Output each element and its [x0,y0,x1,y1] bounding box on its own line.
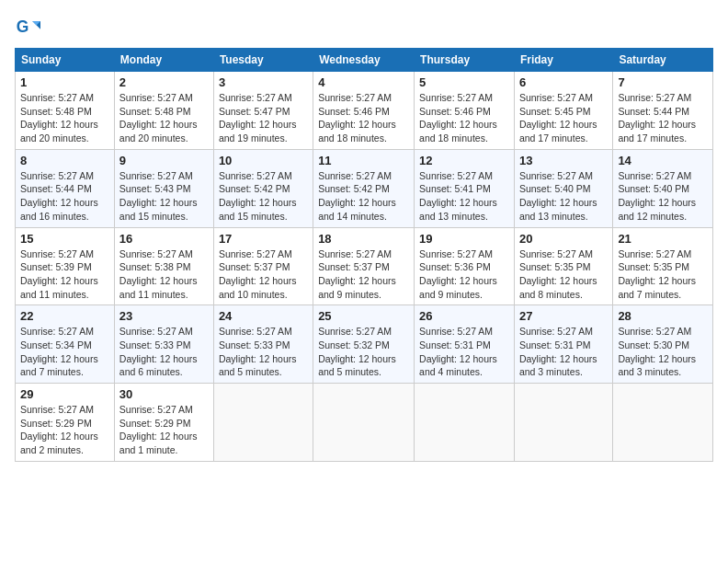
day-info: Sunrise: 5:27 AMSunset: 5:40 PMDaylight:… [618,169,708,224]
calendar-cell: 15Sunrise: 5:27 AMSunset: 5:39 PMDayligh… [16,227,115,305]
day-number: 6 [519,75,608,89]
calendar-cell: 26Sunrise: 5:27 AMSunset: 5:31 PMDayligh… [415,305,515,384]
calendar-cell: 17Sunrise: 5:27 AMSunset: 5:37 PMDayligh… [213,227,313,305]
day-info: Sunrise: 5:27 AMSunset: 5:29 PMDaylight:… [20,403,109,457]
calendar-cell: 25Sunrise: 5:27 AMSunset: 5:32 PMDayligh… [313,305,415,384]
calendar-week-5: 29Sunrise: 5:27 AMSunset: 5:29 PMDayligh… [16,384,713,462]
calendar-cell: 23Sunrise: 5:27 AMSunset: 5:33 PMDayligh… [114,305,213,384]
calendar-cell [313,384,415,462]
calendar-cell: 27Sunrise: 5:27 AMSunset: 5:31 PMDayligh… [514,305,612,384]
calendar-cell: 20Sunrise: 5:27 AMSunset: 5:35 PMDayligh… [514,227,612,305]
day-info: Sunrise: 5:27 AMSunset: 5:35 PMDaylight:… [618,247,708,302]
calendar-cell: 5Sunrise: 5:27 AMSunset: 5:46 PMDaylight… [415,72,515,150]
day-number: 15 [20,232,109,246]
day-info: Sunrise: 5:27 AMSunset: 5:42 PMDaylight:… [219,169,308,224]
calendar-cell: 12Sunrise: 5:27 AMSunset: 5:41 PMDayligh… [415,149,515,227]
day-number: 2 [119,75,209,89]
day-number: 16 [119,232,209,246]
day-info: Sunrise: 5:27 AMSunset: 5:37 PMDaylight:… [219,247,308,302]
column-header-sunday: Sunday [16,49,115,72]
calendar-cell: 2Sunrise: 5:27 AMSunset: 5:48 PMDaylight… [114,72,213,150]
logo-icon: G [15,15,40,40]
day-number: 25 [318,309,409,323]
day-info: Sunrise: 5:27 AMSunset: 5:31 PMDaylight:… [419,325,509,379]
day-number: 9 [119,154,209,167]
calendar-cell: 1Sunrise: 5:27 AMSunset: 5:48 PMDaylight… [16,72,115,150]
day-info: Sunrise: 5:27 AMSunset: 5:42 PMDaylight:… [318,169,409,224]
day-number: 17 [219,232,308,246]
column-header-thursday: Thursday [415,49,515,72]
calendar-cell: 8Sunrise: 5:27 AMSunset: 5:44 PMDaylight… [16,149,115,227]
day-info: Sunrise: 5:27 AMSunset: 5:40 PMDaylight:… [519,169,608,224]
day-info: Sunrise: 5:27 AMSunset: 5:36 PMDaylight:… [419,247,509,302]
calendar-cell: 21Sunrise: 5:27 AMSunset: 5:35 PMDayligh… [613,227,713,305]
calendar-cell: 10Sunrise: 5:27 AMSunset: 5:42 PMDayligh… [213,149,313,227]
day-number: 12 [419,154,509,167]
day-info: Sunrise: 5:27 AMSunset: 5:38 PMDaylight:… [119,247,209,302]
day-number: 5 [419,75,509,89]
day-info: Sunrise: 5:27 AMSunset: 5:44 PMDaylight:… [618,91,708,145]
day-info: Sunrise: 5:27 AMSunset: 5:48 PMDaylight:… [20,91,109,145]
calendar-cell: 7Sunrise: 5:27 AMSunset: 5:44 PMDaylight… [613,72,713,150]
day-info: Sunrise: 5:27 AMSunset: 5:29 PMDaylight:… [119,403,209,457]
day-number: 3 [219,75,308,89]
calendar-cell: 3Sunrise: 5:27 AMSunset: 5:47 PMDaylight… [213,72,313,150]
day-number: 1 [20,75,109,89]
column-header-wednesday: Wednesday [313,49,415,72]
calendar-cell: 9Sunrise: 5:27 AMSunset: 5:43 PMDaylight… [114,149,213,227]
day-number: 27 [519,309,608,323]
calendar-cell: 6Sunrise: 5:27 AMSunset: 5:45 PMDaylight… [514,72,612,150]
column-header-tuesday: Tuesday [213,49,313,72]
calendar-cell: 24Sunrise: 5:27 AMSunset: 5:33 PMDayligh… [213,305,313,384]
column-header-saturday: Saturday [613,49,713,72]
day-number: 23 [119,309,209,323]
day-info: Sunrise: 5:27 AMSunset: 5:45 PMDaylight:… [519,91,608,145]
calendar-table: SundayMondayTuesdayWednesdayThursdayFrid… [15,48,713,462]
day-info: Sunrise: 5:27 AMSunset: 5:31 PMDaylight:… [519,325,608,379]
day-number: 30 [119,387,209,401]
day-number: 20 [519,232,608,246]
day-info: Sunrise: 5:27 AMSunset: 5:48 PMDaylight:… [119,91,209,145]
day-info: Sunrise: 5:27 AMSunset: 5:33 PMDaylight:… [119,325,209,379]
day-info: Sunrise: 5:27 AMSunset: 5:30 PMDaylight:… [618,325,708,379]
calendar-cell: 28Sunrise: 5:27 AMSunset: 5:30 PMDayligh… [613,305,713,384]
column-header-monday: Monday [114,49,213,72]
day-number: 18 [318,232,409,246]
day-info: Sunrise: 5:27 AMSunset: 5:33 PMDaylight:… [219,325,308,379]
day-number: 7 [618,75,708,89]
day-info: Sunrise: 5:27 AMSunset: 5:47 PMDaylight:… [219,91,308,145]
day-info: Sunrise: 5:27 AMSunset: 5:43 PMDaylight:… [119,169,209,224]
calendar-cell: 22Sunrise: 5:27 AMSunset: 5:34 PMDayligh… [16,305,115,384]
calendar-cell: 11Sunrise: 5:27 AMSunset: 5:42 PMDayligh… [313,149,415,227]
day-info: Sunrise: 5:27 AMSunset: 5:34 PMDaylight:… [20,325,109,379]
calendar-cell: 14Sunrise: 5:27 AMSunset: 5:40 PMDayligh… [613,149,713,227]
day-number: 24 [219,309,308,323]
calendar-cell: 30Sunrise: 5:27 AMSunset: 5:29 PMDayligh… [114,384,213,462]
column-header-friday: Friday [514,49,612,72]
day-number: 4 [318,75,409,89]
day-number: 26 [419,309,509,323]
calendar-cell [415,384,515,462]
day-info: Sunrise: 5:27 AMSunset: 5:32 PMDaylight:… [318,325,409,379]
calendar-week-4: 22Sunrise: 5:27 AMSunset: 5:34 PMDayligh… [16,305,713,384]
day-number: 29 [20,387,109,401]
day-info: Sunrise: 5:27 AMSunset: 5:35 PMDaylight:… [519,247,608,302]
calendar-cell: 13Sunrise: 5:27 AMSunset: 5:40 PMDayligh… [514,149,612,227]
day-number: 8 [20,154,109,167]
day-info: Sunrise: 5:27 AMSunset: 5:46 PMDaylight:… [318,91,409,145]
calendar-cell: 19Sunrise: 5:27 AMSunset: 5:36 PMDayligh… [415,227,515,305]
calendar-header-row: SundayMondayTuesdayWednesdayThursdayFrid… [16,49,713,72]
day-number: 22 [20,309,109,323]
calendar-cell [514,384,612,462]
calendar-cell: 29Sunrise: 5:27 AMSunset: 5:29 PMDayligh… [16,384,115,462]
day-number: 10 [219,154,308,167]
calendar-week-2: 8Sunrise: 5:27 AMSunset: 5:44 PMDaylight… [16,149,713,227]
logo: G [15,15,44,40]
calendar-cell [613,384,713,462]
calendar-cell: 16Sunrise: 5:27 AMSunset: 5:38 PMDayligh… [114,227,213,305]
day-number: 14 [618,154,708,167]
day-info: Sunrise: 5:27 AMSunset: 5:39 PMDaylight:… [20,247,109,302]
day-info: Sunrise: 5:27 AMSunset: 5:46 PMDaylight:… [419,91,509,145]
svg-text:G: G [17,17,29,36]
day-info: Sunrise: 5:27 AMSunset: 5:37 PMDaylight:… [318,247,409,302]
